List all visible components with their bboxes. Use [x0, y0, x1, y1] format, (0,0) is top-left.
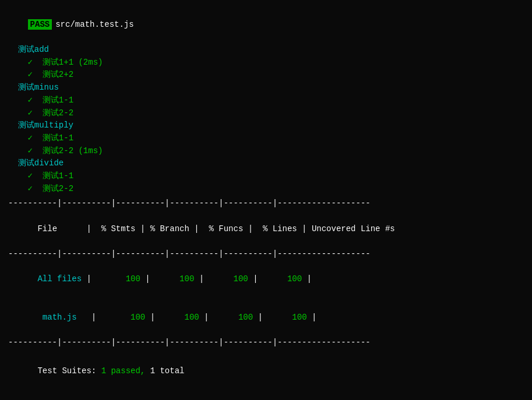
suite-minus-name: 测试minus [8, 82, 524, 94]
suite-divide-name: 测试divide [8, 157, 524, 170]
table-divider-bot: ----------|----------|----------|-------… [8, 337, 524, 349]
test-add-1: ✓ 测试1+1 (2ms) [8, 56, 524, 69]
table-row-mathjs: math.js | 100 | 100 | 100 | 100 | [8, 299, 524, 337]
table-divider-mid: ----------|----------|----------|-------… [8, 248, 524, 261]
test-minus-1: ✓ 测试1-1 [8, 94, 524, 107]
test-multiply-2: ✓ 测试2-2 (1ms) [8, 145, 524, 158]
suite-add-name: 测试add [8, 44, 524, 56]
table-row-allfiles: All files | 100 | 100 | 100 | 100 | [8, 261, 524, 299]
test-divide-2: ✓ 测试2-2 [8, 183, 524, 196]
pass-badge: PASS [28, 19, 52, 30]
summary-tests: Tests: 8 passed, 8 total [8, 391, 524, 400]
header-line: PASSsrc/math.test.js [8, 6, 524, 44]
table-header: File | % Stmts | % Branch | % Funcs | % … [8, 210, 524, 248]
summary-test-suites: Test Suites: 1 passed, 1 total [8, 352, 524, 391]
test-multiply-1: ✓ 测试1-1 [8, 132, 524, 145]
file-path: src/math.test.js [55, 20, 133, 29]
test-minus-2: ✓ 测试2-2 [8, 107, 524, 120]
suite-multiply-name: 测试multiply [8, 119, 524, 132]
table-divider-top: ----------|----------|----------|-------… [8, 197, 524, 210]
test-divide-1: ✓ 测试1-1 [8, 170, 524, 183]
coverage-table: ----------|----------|----------|-------… [8, 197, 524, 349]
test-add-2: ✓ 测试2+2 [8, 69, 524, 82]
terminal-window: PASSsrc/math.test.js 测试add ✓ 测试1+1 (2ms)… [0, 0, 532, 400]
summary-section: Test Suites: 1 passed, 1 total Tests: 8 … [8, 352, 524, 400]
